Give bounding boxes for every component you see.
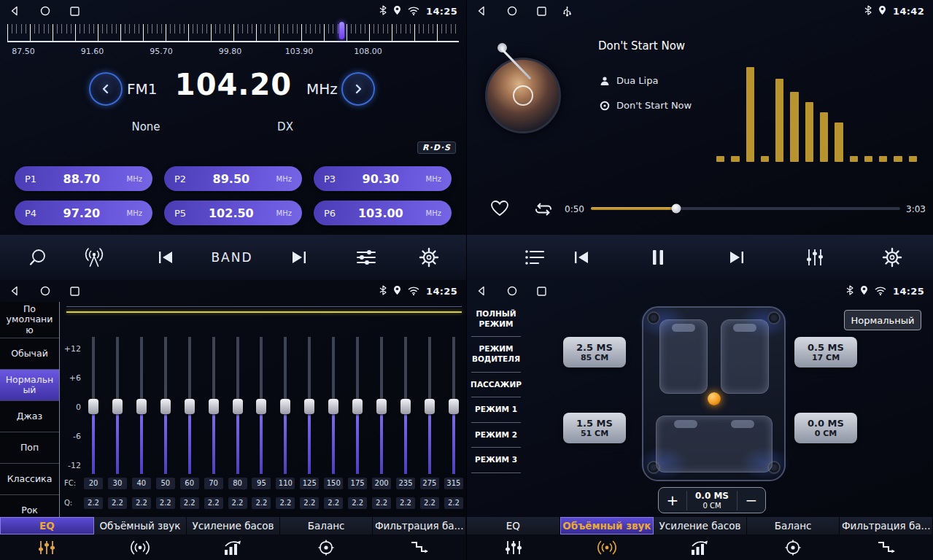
- slider-thumb[interactable]: [449, 399, 459, 414]
- filter-tab-icon[interactable]: [840, 540, 933, 556]
- eq-band-slider[interactable]: [84, 337, 103, 474]
- listening-position-marker[interactable]: [708, 392, 721, 405]
- settings-gear-icon[interactable]: [882, 247, 902, 268]
- previous-station-icon[interactable]: [156, 249, 175, 265]
- delay-chip-front-right[interactable]: 0.5 MS17 CM: [794, 337, 857, 368]
- eq-band-slider[interactable]: [180, 337, 199, 474]
- repeat-icon[interactable]: [533, 201, 554, 217]
- tuner-scale[interactable]: [7, 24, 459, 42]
- eq-band-slider[interactable]: [156, 337, 175, 474]
- filter-tab-icon[interactable]: [373, 540, 466, 556]
- progress-thumb[interactable]: [671, 204, 681, 214]
- slider-thumb[interactable]: [425, 399, 435, 414]
- eq-band-slider[interactable]: [324, 337, 343, 474]
- eq-tab-icon[interactable]: [467, 540, 560, 556]
- slider-thumb[interactable]: [160, 399, 171, 414]
- tab-bass-boost[interactable]: Усиление басов: [187, 517, 280, 534]
- surround-mode-item[interactable]: РЕЖИМ ВОДИТЕЛЯ: [467, 337, 525, 372]
- bass-boost-tab-icon[interactable]: [654, 540, 747, 556]
- surround-preset-button[interactable]: Нормальный: [844, 310, 921, 330]
- next-station-icon[interactable]: [290, 249, 309, 265]
- eq-tab-icon[interactable]: [0, 540, 93, 556]
- nav-recents-icon[interactable]: [537, 7, 546, 16]
- preset-button-p2[interactable]: P289.50MHz: [164, 166, 302, 191]
- eq-band-slider[interactable]: [204, 337, 223, 474]
- nav-recents-icon[interactable]: [70, 7, 80, 16]
- surround-mode-item[interactable]: РЕЖИМ 2: [467, 423, 525, 448]
- eq-band-slider[interactable]: [444, 337, 463, 474]
- eq-band-slider[interactable]: [276, 337, 295, 474]
- eq-preset-item[interactable]: По умолчанию: [0, 302, 59, 338]
- pause-icon[interactable]: [651, 249, 665, 266]
- surround-mode-item[interactable]: ПОЛНЫЙ РЕЖИМ: [467, 302, 525, 337]
- eq-preset-item[interactable]: Обычай: [0, 338, 59, 370]
- slider-thumb[interactable]: [209, 399, 219, 414]
- scan-icon[interactable]: [28, 247, 48, 268]
- balance-tab-icon[interactable]: [279, 540, 373, 556]
- slider-thumb[interactable]: [376, 399, 387, 414]
- tab-filter[interactable]: Фильтрация ба...: [373, 517, 466, 534]
- tab-surround[interactable]: Объёмный звук: [560, 517, 654, 534]
- tab-surround[interactable]: Объёмный звук: [94, 517, 187, 534]
- nav-recents-icon[interactable]: [537, 287, 546, 296]
- nav-back-icon[interactable]: [9, 5, 20, 17]
- slider-thumb[interactable]: [136, 399, 147, 414]
- eq-band-slider[interactable]: [252, 337, 271, 474]
- slider-thumb[interactable]: [256, 399, 266, 414]
- nav-recents-icon[interactable]: [70, 287, 80, 296]
- surround-mode-item[interactable]: РЕЖИМ 1: [467, 397, 525, 423]
- bass-boost-tab-icon[interactable]: [187, 540, 280, 556]
- eq-preset-item[interactable]: Нормальный: [0, 370, 59, 401]
- slider-thumb[interactable]: [328, 399, 338, 414]
- eq-band-slider[interactable]: [228, 337, 247, 474]
- delay-chip-front-left[interactable]: 2.5 MS85 CM: [563, 337, 626, 368]
- delay-decrease-button[interactable]: −: [738, 488, 765, 513]
- eq-preset-item[interactable]: Джаз: [0, 401, 59, 432]
- surround-tab-icon[interactable]: [560, 540, 654, 556]
- preset-button-p4[interactable]: P497.20MHz: [15, 201, 152, 225]
- eq-band-slider[interactable]: [132, 337, 151, 474]
- nav-back-icon[interactable]: [476, 5, 487, 17]
- surround-tab-icon[interactable]: [93, 540, 187, 556]
- slider-thumb[interactable]: [233, 399, 243, 414]
- next-track-icon[interactable]: [727, 249, 746, 265]
- tuner-pointer[interactable]: [339, 22, 344, 39]
- tab-eq[interactable]: EQ: [0, 517, 94, 534]
- tab-balance[interactable]: Баланс: [747, 517, 840, 534]
- tab-filter[interactable]: Фильтрация ба...: [840, 517, 933, 534]
- slider-thumb[interactable]: [304, 399, 314, 414]
- settings-gear-icon[interactable]: [419, 247, 439, 268]
- slider-thumb[interactable]: [185, 399, 195, 414]
- band-button[interactable]: BAND: [211, 250, 252, 265]
- slider-thumb[interactable]: [400, 399, 411, 414]
- tune-down-button[interactable]: [89, 72, 123, 106]
- eq-band-slider[interactable]: [372, 337, 391, 474]
- slider-thumb[interactable]: [352, 399, 363, 414]
- slider-thumb[interactable]: [88, 399, 98, 414]
- eq-preset-item[interactable]: Поп: [0, 432, 59, 464]
- equalizer-icon[interactable]: [355, 249, 377, 266]
- delay-chip-rear-left[interactable]: 1.5 MS51 CM: [563, 413, 626, 443]
- eq-band-slider[interactable]: [300, 337, 319, 474]
- surround-mode-item[interactable]: РЕЖИМ 3: [467, 448, 525, 473]
- nav-back-icon[interactable]: [476, 285, 487, 297]
- delay-increase-button[interactable]: +: [659, 488, 686, 513]
- slider-thumb[interactable]: [280, 399, 290, 414]
- surround-mode-item[interactable]: ПАССАЖИР: [467, 373, 525, 398]
- preset-button-p3[interactable]: P390.30MHz: [314, 166, 452, 191]
- nav-home-icon[interactable]: [40, 286, 50, 296]
- favorite-heart-icon[interactable]: [490, 200, 509, 217]
- eq-band-slider[interactable]: [420, 337, 439, 474]
- equalizer-icon[interactable]: [805, 248, 824, 267]
- broadcast-antenna-icon[interactable]: [83, 247, 105, 268]
- tab-balance[interactable]: Баланс: [280, 517, 373, 534]
- delay-chip-rear-right[interactable]: 0.0 MS0 CM: [794, 413, 857, 443]
- eq-preset-item[interactable]: Классика: [0, 464, 59, 495]
- progress-bar[interactable]: [591, 207, 900, 210]
- eq-band-slider[interactable]: [396, 337, 415, 474]
- tab-bass-boost[interactable]: Усиление басов: [654, 517, 747, 534]
- nav-home-icon[interactable]: [507, 286, 517, 296]
- eq-band-slider[interactable]: [108, 337, 127, 474]
- nav-back-icon[interactable]: [9, 285, 20, 297]
- slider-thumb[interactable]: [112, 399, 123, 414]
